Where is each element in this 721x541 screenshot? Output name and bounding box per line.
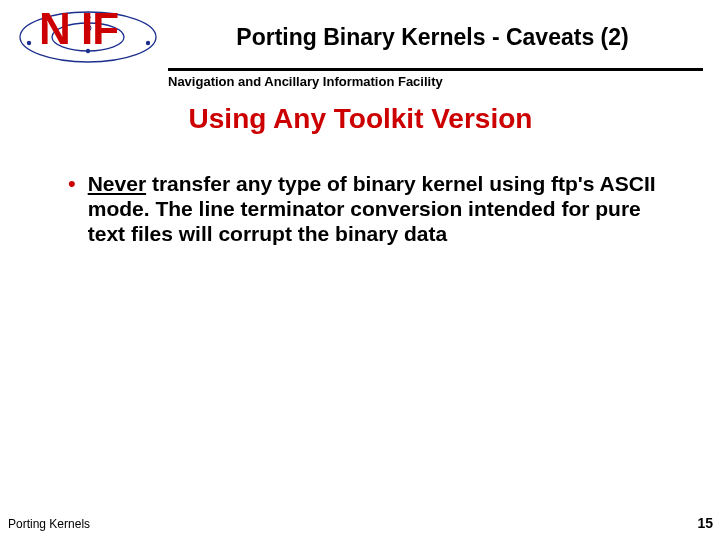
naif-logo: N IF bbox=[18, 10, 158, 64]
bullet-rest: transfer any type of binary kernel using… bbox=[88, 172, 656, 245]
slide-title: Porting Binary Kernels - Caveats (2) bbox=[158, 24, 703, 51]
subtitle: Navigation and Ancillary Information Fac… bbox=[168, 68, 703, 89]
bullet-marker-icon: • bbox=[68, 171, 76, 196]
svg-point-3 bbox=[27, 41, 31, 45]
footer-left: Porting Kernels bbox=[8, 517, 90, 531]
bullet-text: Never transfer any type of binary kernel… bbox=[88, 171, 661, 246]
section-heading: Using Any Toolkit Version bbox=[0, 103, 721, 135]
page-number: 15 bbox=[697, 515, 713, 531]
logo-text: N IF bbox=[39, 4, 118, 54]
bullet-item: • Never transfer any type of binary kern… bbox=[68, 171, 661, 246]
content-area: • Never transfer any type of binary kern… bbox=[68, 171, 661, 246]
svg-point-4 bbox=[146, 41, 150, 45]
bullet-never: Never bbox=[88, 172, 146, 195]
header-row: N IF Porting Binary Kernels - Caveats (2… bbox=[0, 0, 721, 64]
